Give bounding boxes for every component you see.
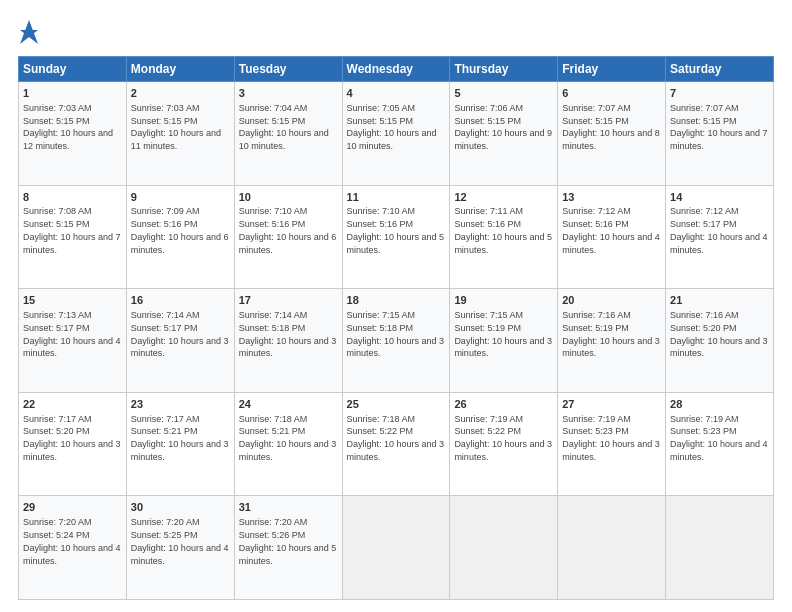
day-detail: Sunrise: 7:08 AMSunset: 5:15 PMDaylight:… <box>23 206 121 254</box>
day-detail: Sunrise: 7:05 AMSunset: 5:15 PMDaylight:… <box>347 103 437 151</box>
day-detail: Sunrise: 7:15 AMSunset: 5:19 PMDaylight:… <box>454 310 552 358</box>
calendar-cell: 21Sunrise: 7:16 AMSunset: 5:20 PMDayligh… <box>666 289 774 393</box>
day-number: 31 <box>239 500 338 515</box>
day-number: 9 <box>131 190 230 205</box>
calendar-cell: 7Sunrise: 7:07 AMSunset: 5:15 PMDaylight… <box>666 82 774 186</box>
day-number: 10 <box>239 190 338 205</box>
calendar-cell <box>450 496 558 600</box>
calendar-week-2: 8Sunrise: 7:08 AMSunset: 5:15 PMDaylight… <box>19 185 774 289</box>
calendar-week-4: 22Sunrise: 7:17 AMSunset: 5:20 PMDayligh… <box>19 392 774 496</box>
col-header-wednesday: Wednesday <box>342 57 450 82</box>
day-number: 13 <box>562 190 661 205</box>
day-detail: Sunrise: 7:06 AMSunset: 5:15 PMDaylight:… <box>454 103 552 151</box>
page: SundayMondayTuesdayWednesdayThursdayFrid… <box>0 0 792 612</box>
day-detail: Sunrise: 7:19 AMSunset: 5:22 PMDaylight:… <box>454 414 552 462</box>
logo <box>18 18 44 46</box>
day-detail: Sunrise: 7:14 AMSunset: 5:17 PMDaylight:… <box>131 310 229 358</box>
day-detail: Sunrise: 7:18 AMSunset: 5:22 PMDaylight:… <box>347 414 445 462</box>
calendar-cell: 9Sunrise: 7:09 AMSunset: 5:16 PMDaylight… <box>126 185 234 289</box>
day-number: 1 <box>23 86 122 101</box>
day-detail: Sunrise: 7:20 AMSunset: 5:26 PMDaylight:… <box>239 517 337 565</box>
day-number: 27 <box>562 397 661 412</box>
calendar-cell: 11Sunrise: 7:10 AMSunset: 5:16 PMDayligh… <box>342 185 450 289</box>
day-number: 5 <box>454 86 553 101</box>
calendar-cell: 22Sunrise: 7:17 AMSunset: 5:20 PMDayligh… <box>19 392 127 496</box>
calendar-cell: 26Sunrise: 7:19 AMSunset: 5:22 PMDayligh… <box>450 392 558 496</box>
day-detail: Sunrise: 7:17 AMSunset: 5:20 PMDaylight:… <box>23 414 121 462</box>
day-number: 3 <box>239 86 338 101</box>
col-header-sunday: Sunday <box>19 57 127 82</box>
calendar-cell: 12Sunrise: 7:11 AMSunset: 5:16 PMDayligh… <box>450 185 558 289</box>
day-detail: Sunrise: 7:12 AMSunset: 5:16 PMDaylight:… <box>562 206 660 254</box>
day-detail: Sunrise: 7:16 AMSunset: 5:20 PMDaylight:… <box>670 310 768 358</box>
day-number: 4 <box>347 86 446 101</box>
calendar-week-3: 15Sunrise: 7:13 AMSunset: 5:17 PMDayligh… <box>19 289 774 393</box>
calendar-cell: 18Sunrise: 7:15 AMSunset: 5:18 PMDayligh… <box>342 289 450 393</box>
calendar-cell: 8Sunrise: 7:08 AMSunset: 5:15 PMDaylight… <box>19 185 127 289</box>
calendar-cell: 2Sunrise: 7:03 AMSunset: 5:15 PMDaylight… <box>126 82 234 186</box>
day-detail: Sunrise: 7:04 AMSunset: 5:15 PMDaylight:… <box>239 103 329 151</box>
day-detail: Sunrise: 7:03 AMSunset: 5:15 PMDaylight:… <box>23 103 113 151</box>
header <box>18 18 774 46</box>
day-detail: Sunrise: 7:19 AMSunset: 5:23 PMDaylight:… <box>670 414 768 462</box>
day-detail: Sunrise: 7:11 AMSunset: 5:16 PMDaylight:… <box>454 206 552 254</box>
day-number: 11 <box>347 190 446 205</box>
day-number: 21 <box>670 293 769 308</box>
col-header-monday: Monday <box>126 57 234 82</box>
day-number: 12 <box>454 190 553 205</box>
day-detail: Sunrise: 7:15 AMSunset: 5:18 PMDaylight:… <box>347 310 445 358</box>
calendar-table: SundayMondayTuesdayWednesdayThursdayFrid… <box>18 56 774 600</box>
day-detail: Sunrise: 7:10 AMSunset: 5:16 PMDaylight:… <box>239 206 337 254</box>
day-number: 15 <box>23 293 122 308</box>
col-header-tuesday: Tuesday <box>234 57 342 82</box>
calendar-cell: 25Sunrise: 7:18 AMSunset: 5:22 PMDayligh… <box>342 392 450 496</box>
calendar-cell: 23Sunrise: 7:17 AMSunset: 5:21 PMDayligh… <box>126 392 234 496</box>
day-number: 6 <box>562 86 661 101</box>
calendar-cell: 4Sunrise: 7:05 AMSunset: 5:15 PMDaylight… <box>342 82 450 186</box>
day-detail: Sunrise: 7:17 AMSunset: 5:21 PMDaylight:… <box>131 414 229 462</box>
day-detail: Sunrise: 7:12 AMSunset: 5:17 PMDaylight:… <box>670 206 768 254</box>
day-detail: Sunrise: 7:20 AMSunset: 5:24 PMDaylight:… <box>23 517 121 565</box>
logo-icon <box>18 18 40 46</box>
svg-marker-0 <box>20 20 38 44</box>
calendar-cell: 19Sunrise: 7:15 AMSunset: 5:19 PMDayligh… <box>450 289 558 393</box>
calendar-cell: 1Sunrise: 7:03 AMSunset: 5:15 PMDaylight… <box>19 82 127 186</box>
calendar-cell <box>558 496 666 600</box>
col-header-friday: Friday <box>558 57 666 82</box>
day-number: 20 <box>562 293 661 308</box>
day-number: 29 <box>23 500 122 515</box>
day-number: 2 <box>131 86 230 101</box>
day-detail: Sunrise: 7:16 AMSunset: 5:19 PMDaylight:… <box>562 310 660 358</box>
day-number: 30 <box>131 500 230 515</box>
day-detail: Sunrise: 7:18 AMSunset: 5:21 PMDaylight:… <box>239 414 337 462</box>
calendar-cell: 10Sunrise: 7:10 AMSunset: 5:16 PMDayligh… <box>234 185 342 289</box>
calendar-cell <box>666 496 774 600</box>
day-number: 7 <box>670 86 769 101</box>
day-number: 23 <box>131 397 230 412</box>
calendar-cell: 30Sunrise: 7:20 AMSunset: 5:25 PMDayligh… <box>126 496 234 600</box>
day-detail: Sunrise: 7:13 AMSunset: 5:17 PMDaylight:… <box>23 310 121 358</box>
calendar-cell: 6Sunrise: 7:07 AMSunset: 5:15 PMDaylight… <box>558 82 666 186</box>
day-detail: Sunrise: 7:19 AMSunset: 5:23 PMDaylight:… <box>562 414 660 462</box>
day-detail: Sunrise: 7:07 AMSunset: 5:15 PMDaylight:… <box>670 103 768 151</box>
calendar-cell: 15Sunrise: 7:13 AMSunset: 5:17 PMDayligh… <box>19 289 127 393</box>
calendar-cell: 29Sunrise: 7:20 AMSunset: 5:24 PMDayligh… <box>19 496 127 600</box>
day-number: 25 <box>347 397 446 412</box>
day-number: 19 <box>454 293 553 308</box>
calendar-cell: 27Sunrise: 7:19 AMSunset: 5:23 PMDayligh… <box>558 392 666 496</box>
day-number: 14 <box>670 190 769 205</box>
day-number: 28 <box>670 397 769 412</box>
calendar-cell: 28Sunrise: 7:19 AMSunset: 5:23 PMDayligh… <box>666 392 774 496</box>
day-detail: Sunrise: 7:09 AMSunset: 5:16 PMDaylight:… <box>131 206 229 254</box>
calendar-cell: 24Sunrise: 7:18 AMSunset: 5:21 PMDayligh… <box>234 392 342 496</box>
day-detail: Sunrise: 7:07 AMSunset: 5:15 PMDaylight:… <box>562 103 660 151</box>
calendar-cell <box>342 496 450 600</box>
day-detail: Sunrise: 7:14 AMSunset: 5:18 PMDaylight:… <box>239 310 337 358</box>
day-number: 22 <box>23 397 122 412</box>
calendar-cell: 31Sunrise: 7:20 AMSunset: 5:26 PMDayligh… <box>234 496 342 600</box>
day-number: 26 <box>454 397 553 412</box>
calendar-cell: 20Sunrise: 7:16 AMSunset: 5:19 PMDayligh… <box>558 289 666 393</box>
calendar-header-row: SundayMondayTuesdayWednesdayThursdayFrid… <box>19 57 774 82</box>
day-number: 16 <box>131 293 230 308</box>
calendar-cell: 14Sunrise: 7:12 AMSunset: 5:17 PMDayligh… <box>666 185 774 289</box>
